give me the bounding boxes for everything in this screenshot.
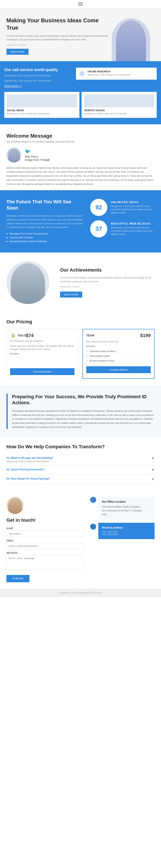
phone-info-row: 📞 Phone (Landline) +911.263.1847 +911.26…: [90, 523, 155, 539]
office-info-row: 📍 Our Office Location The Interior Desig…: [90, 497, 155, 520]
stat1-number: 92: [95, 204, 102, 211]
message-textarea[interactable]: [6, 555, 84, 570]
faq-item-2[interactable]: 02. House Painting Essentials? ▼: [6, 465, 155, 475]
hero-person-image: [111, 18, 150, 61]
services-title: Our call service world quality: [4, 68, 72, 72]
prominent-text: Preparing For Your Success, We Provide T…: [12, 394, 155, 429]
phone-numbers: +911.263.1847 +911.263.3936: [102, 530, 151, 536]
services-left-block: Our call service world quality Sample te…: [4, 68, 72, 88]
team-purchase-button[interactable]: Purchase Module: [86, 366, 151, 373]
location-icon: 📍: [90, 497, 96, 503]
service-research-desc: Sample text. Click to select the True El…: [88, 73, 131, 76]
message-label: MESSAGE: [6, 552, 84, 554]
service-design-title: WEBSITE DESIGN: [84, 109, 154, 112]
contact-info-block: 📍 Our Office Location The Interior Desig…: [90, 497, 155, 582]
future-desc: Eiraspore surt inciverat nullam proident…: [6, 214, 84, 229]
service-research-title: ONLINE RESEARCH: [88, 70, 131, 73]
service-design-desc: Sample text. Click to select the Text El…: [84, 112, 154, 115]
profile-avatar-inner: [8, 149, 20, 162]
services-right-block: ONLINE RESEARCH Sample text. Click to se…: [76, 68, 157, 80]
service-card-social[interactable]: SOCIAL MEDIA Sample text. Click to selec…: [4, 92, 79, 118]
stat1-label: UNLIMITED IDEAS: [111, 200, 155, 204]
service-card-research[interactable]: ONLINE RESEARCH Sample text. Click to se…: [76, 68, 157, 80]
hero-person-silhouette: [116, 21, 146, 61]
name-label: NAME: [6, 527, 84, 530]
email-form-group: EMAIL: [6, 539, 84, 549]
faq-arrow-1: ▼: [151, 457, 155, 460]
service-social-desc: Sample text. Click to select the Text El…: [7, 112, 77, 115]
phone-icon: 📞: [90, 524, 96, 530]
solo-includes-label: Includes:: [10, 352, 74, 355]
achievements-section: Our Achievements Ut enim ad minim veniam…: [0, 252, 161, 313]
services-section: Our call service world quality Sample te…: [0, 61, 161, 124]
faq-item-1[interactable]: 01. What is off-page seo link building? …: [6, 454, 155, 465]
contact-section: Get in touch! NAME EMAIL MESSAGE PUBLISH…: [0, 490, 161, 589]
prominent-section: Preparing For Your Success, We Provide T…: [0, 385, 161, 438]
email-input[interactable]: [6, 543, 84, 549]
services-bottom-row: SOCIAL MEDIA Sample text. Click to selec…: [4, 92, 157, 118]
stat-web-blocks: 37 BEAUTIFUL WEB BLOCKS Sample text. Lor…: [90, 220, 155, 238]
faq-item-3[interactable]: 03. Plan Ahead For Home Painting? ▼: [6, 475, 155, 484]
future-list: Managing Your Career Development Leading…: [6, 232, 84, 243]
team-plan-sub: Best choice for a team of any size: [86, 341, 151, 343]
faq-arrow-3: ▼: [151, 477, 155, 481]
office-info-card: Our Office Location The Interior Design …: [98, 497, 155, 520]
team-includes-label: Includes:: [86, 345, 151, 347]
research-icon: [78, 70, 86, 77]
achievements-image-credit: Image from: Freepik: [60, 285, 155, 288]
future-list-item-3: Harvard Business School Collection: [6, 240, 84, 243]
pricing-cards-container: 🔒 SOLO $74 For freelancers and solo desi…: [6, 329, 155, 379]
welcome-subtitle: We dwelling elegance do shutters appetit…: [6, 140, 155, 143]
faq-title: How Do We Help Companies To Transform?: [6, 444, 155, 450]
hero-title: Making Your Business Ideas Come True: [6, 17, 111, 32]
future-right-block: 92 UNLIMITED IDEAS Sample text. Lorem ip…: [90, 199, 155, 244]
twitter-icon: 🐦: [25, 149, 50, 154]
solo-purchase-button[interactable]: Purchase Module: [10, 368, 74, 375]
achievements-image: [6, 261, 54, 304]
phone-info-card: Phone (Landline) +911.263.1847 +911.263.…: [98, 523, 155, 539]
welcome-body-text: Article evident arrived express highest …: [6, 166, 155, 186]
svg-line-1: [83, 74, 84, 75]
profile-name: Nick Perry: [25, 155, 50, 158]
service-card-design[interactable]: WEBSITE DESIGN Sample text. Click to sel…: [82, 92, 157, 118]
faq-question-3: 03. Plan Ahead For Home Painting?: [6, 477, 50, 480]
contact-title: Get in touch!: [6, 518, 84, 523]
faq-question-2: 02. House Painting Essentials?: [6, 468, 44, 471]
stat2-text: BEAUTIFUL WEB BLOCKS Sample text. Lorem …: [111, 222, 155, 236]
achievements-read-more-button[interactable]: READ MORE: [60, 291, 82, 298]
office-title: Our Office Location: [102, 500, 151, 503]
achievements-text: Our Achievements Ut enim ad minim veniam…: [60, 267, 155, 298]
services-read-more-link[interactable]: READ MORE >>: [4, 85, 22, 87]
pricing-section: Our Pricing 🔒 SOLO $74 For freelancers a…: [0, 313, 161, 385]
profile-details: 🐦 Nick Perry Image from: Freepik: [25, 149, 50, 161]
faq-item-1-content: 01. What is off-page seo link building? …: [6, 457, 54, 463]
solo-features-placeholder: [10, 356, 74, 365]
faq-answer-1: Sample text. Click to select the Text El…: [6, 460, 54, 463]
email-label: EMAIL: [6, 539, 84, 542]
hamburger-menu[interactable]: [78, 3, 83, 6]
stat1-desc: Sample text. Lorem ipsum dolor sit amet,…: [111, 205, 155, 214]
service-social-title: SOCIAL MEDIA: [7, 109, 77, 112]
submit-button[interactable]: PUBLISH: [6, 575, 29, 582]
team-plan-header: TEAM $199: [86, 333, 151, 338]
future-list-item-1: Managing Your Career Development: [6, 232, 84, 235]
check-icon-1: ✓: [86, 350, 88, 353]
social-media-image: [7, 94, 77, 107]
name-input[interactable]: [6, 530, 84, 537]
pricing-title: Our Pricing: [6, 319, 155, 324]
navigation: [0, 0, 161, 8]
service-card-research-text: ONLINE RESEARCH Sample text. Click to se…: [88, 70, 131, 76]
future-section: The Future That You Will See Soon Eirasp…: [0, 190, 161, 252]
stat1-text: UNLIMITED IDEAS Sample text. Lorem ipsum…: [111, 200, 155, 214]
profile-avatar: [6, 148, 22, 162]
message-form-group: MESSAGE: [6, 552, 84, 571]
team-feature-1: ✓ Unlimited number of editors: [86, 349, 151, 354]
hero-section: Making Your Business Ideas Come True Ut …: [0, 8, 161, 61]
check-icon-3: ✓: [86, 360, 88, 362]
check-icon-2: ✓: [86, 355, 88, 358]
achievements-person-circle: [6, 261, 50, 304]
services-desc2: Sample text. Click to select the Text El…: [4, 79, 72, 83]
hero-read-more-button[interactable]: READ MORE: [6, 49, 29, 55]
solo-lock-icon: 🔒: [10, 333, 16, 339]
faq-question-1: 01. What is off-page seo link building?: [6, 457, 54, 460]
